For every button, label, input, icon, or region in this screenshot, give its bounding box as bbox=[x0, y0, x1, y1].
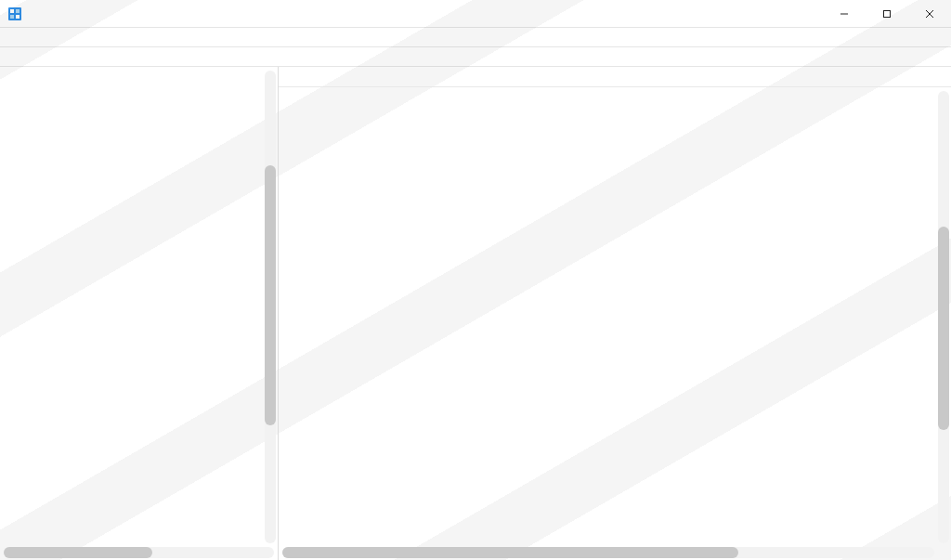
svg-rect-6 bbox=[884, 10, 891, 17]
registry-tree[interactable] bbox=[0, 67, 278, 560]
minimize-button[interactable] bbox=[823, 0, 866, 28]
svg-rect-2 bbox=[16, 9, 20, 13]
svg-rect-1 bbox=[10, 9, 14, 13]
menu-view[interactable] bbox=[39, 35, 54, 39]
list-pane bbox=[279, 67, 951, 560]
svg-rect-4 bbox=[16, 15, 20, 19]
menu-file[interactable] bbox=[6, 35, 20, 39]
list-scrollbar-horizontal[interactable] bbox=[282, 547, 934, 558]
menu-edit[interactable] bbox=[22, 35, 37, 39]
menubar bbox=[0, 28, 951, 46]
regedit-icon bbox=[7, 7, 22, 21]
main-split bbox=[0, 67, 951, 560]
tree-scrollbar-vertical[interactable] bbox=[265, 71, 276, 543]
svg-rect-3 bbox=[10, 15, 14, 19]
tree-scrollbar-horizontal[interactable] bbox=[4, 547, 274, 558]
list-scrollbar-vertical[interactable] bbox=[938, 91, 949, 543]
list-header bbox=[279, 67, 951, 87]
titlebar bbox=[0, 0, 951, 28]
menu-favorites[interactable] bbox=[56, 35, 71, 39]
close-button[interactable] bbox=[908, 0, 951, 28]
maximize-button[interactable] bbox=[866, 0, 908, 28]
values-list[interactable] bbox=[279, 87, 951, 547]
tree-pane bbox=[0, 67, 279, 560]
menu-help[interactable] bbox=[72, 35, 87, 39]
address-bar[interactable] bbox=[0, 46, 951, 67]
